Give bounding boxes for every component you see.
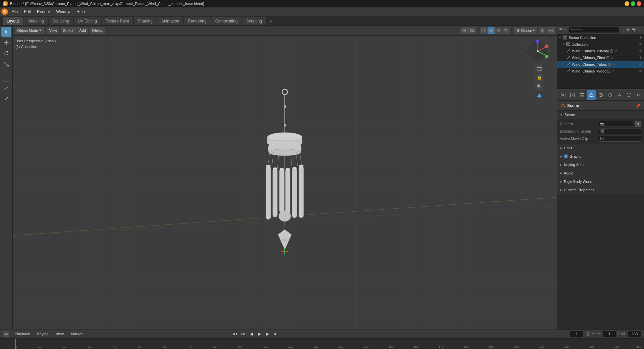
add-workspace-button[interactable]: + [267, 17, 275, 25]
material-btn[interactable] [495, 27, 502, 34]
tab-shading[interactable]: Shading [134, 17, 157, 25]
tab-layout[interactable]: Layout [3, 17, 23, 25]
lock-view-btn[interactable]: 🔒 [535, 73, 543, 82]
close-button[interactable]: ✕ [637, 1, 641, 6]
prop-output-btn[interactable] [568, 90, 577, 100]
section-audio-title[interactable]: ▶ Audio [557, 169, 644, 177]
keying-menu[interactable]: Keying [35, 331, 51, 337]
outliner-filter-icon[interactable]: ⊙ [564, 28, 568, 32]
tab-rendering[interactable]: Rendering [184, 17, 210, 25]
maximize-button[interactable]: □ [631, 1, 635, 6]
collection-vis[interactable]: 👁 [639, 42, 643, 46]
outliner-sync-icon[interactable]: ↔ [621, 28, 625, 32]
outliner-search-input[interactable] [569, 27, 620, 33]
menu-edit[interactable]: Edit [21, 8, 34, 15]
outliner-vis-icon[interactable]: 👁 [626, 28, 630, 32]
outliner-wc-fiber[interactable]: Wind_Chimes_Fiber 🖼 ↗ 👁 [557, 54, 644, 61]
prop-physics-btn[interactable] [634, 90, 643, 100]
play-btn[interactable]: ▶ [256, 331, 263, 337]
section-rigid-body-title[interactable]: ▶ Rigid Body World [557, 178, 644, 186]
proportional-edit-btn[interactable] [547, 27, 555, 34]
prop-modifier-btn[interactable] [615, 90, 624, 100]
tab-modeling[interactable]: Modeling [23, 17, 48, 25]
prop-object-btn[interactable] [605, 90, 614, 100]
xray-toggle-btn[interactable] [468, 27, 476, 34]
solid-btn[interactable] [487, 27, 495, 34]
wc-fiber-vis[interactable]: 👁 [639, 56, 643, 60]
tool-cursor[interactable] [1, 27, 11, 37]
step-back-btn[interactable]: ◀ [248, 331, 255, 337]
tool-measure[interactable]: ↔ [1, 94, 11, 104]
prop-particles-btn[interactable] [624, 90, 633, 100]
minimize-button[interactable]: ─ [625, 1, 629, 6]
tool-annotate[interactable] [1, 83, 11, 93]
bg-scene-field[interactable]: 🎬 [598, 128, 641, 134]
menu-help[interactable]: Help [74, 8, 88, 15]
scene-collection-vis[interactable]: 👁 [639, 36, 643, 40]
menu-window[interactable]: Window [53, 8, 73, 15]
tool-rotate[interactable] [1, 48, 11, 58]
wc-tubes-vis[interactable]: 👁 [639, 62, 643, 66]
step-forward-btn[interactable]: ▶ [264, 331, 271, 337]
navigation-gizmo[interactable]: X Y Z 📷 🔒 [526, 40, 553, 66]
section-gravity-title[interactable]: ▶ ✓ Gravity [557, 152, 644, 160]
outliner-more-icon[interactable]: ⋮ [638, 28, 642, 32]
gravity-checkbox[interactable]: ✓ [564, 154, 568, 158]
viewport-overlay-btn[interactable] [461, 27, 468, 34]
outliner-display-mode-icon[interactable]: ☰ [559, 28, 563, 32]
timeline-editor-type-btn[interactable] [3, 331, 9, 337]
section-keying-sets-title[interactable]: ▶ Keying Sets [557, 161, 644, 169]
timeline-track[interactable]: 1 10 20 30 40 50 60 70 80 90 100 110 120… [0, 339, 644, 349]
wc-wood-vis[interactable]: 👁 [639, 69, 643, 73]
outliner-wc-tubes[interactable]: Wind_Chimes_Tubes 🖼 ↗ 👁 [557, 61, 644, 68]
menu-file[interactable]: File [9, 8, 20, 15]
prop-world-btn[interactable] [596, 90, 605, 100]
current-frame-display[interactable]: 1 [570, 331, 583, 337]
jump-to-end-btn[interactable]: ⏭ [272, 331, 279, 337]
jump-to-start-btn[interactable]: ⏮ [232, 331, 238, 337]
tab-texture-paint[interactable]: Texture Paint [102, 17, 133, 25]
camera-field[interactable]: 📷 [598, 121, 633, 127]
tool-transform[interactable]: ✛ [1, 70, 11, 80]
jump-back-btn[interactable]: ⏭ [240, 331, 247, 337]
outliner-wc-binding[interactable]: Wind_Chimes_Binding 🖼 ↗ 👁 [557, 48, 644, 54]
timeline-scale[interactable]: 1 10 20 30 40 50 60 70 80 90 100 110 120… [15, 339, 641, 349]
outliner-wc-wood[interactable]: Wind_Chimes_Wood 🖼 ↗ 👁 [557, 68, 644, 74]
select-menu[interactable]: Select [61, 27, 76, 34]
tab-sculpting[interactable]: Sculpting [49, 17, 73, 25]
view-menu[interactable]: View [47, 27, 59, 34]
movie-clip-field[interactable]: 🎞 [598, 136, 641, 142]
start-frame-display[interactable]: 1 [603, 331, 616, 337]
outliner-collection[interactable]: ▼ Collection 👁 [557, 41, 644, 48]
object-menu[interactable]: Object [90, 27, 105, 34]
marker-menu[interactable]: Marker [69, 331, 85, 337]
zoom-btn[interactable]: 🔍 [535, 83, 543, 91]
section-units-title[interactable]: ▶ Units [557, 144, 644, 152]
prop-view-layer-btn[interactable] [577, 90, 586, 100]
tab-animation[interactable]: Animation [157, 17, 183, 25]
window-controls[interactable]: ─ □ ✕ [625, 1, 641, 6]
playback-menu[interactable]: Playback [13, 331, 32, 337]
camera-eye-btn[interactable]: ✎ [635, 121, 641, 127]
end-frame-display[interactable]: 250 [628, 331, 641, 337]
wc-binding-vis[interactable]: 👁 [639, 49, 643, 53]
viewport-canvas[interactable]: User Perspective (Local) (1) Collection … [13, 36, 557, 330]
prop-scene-btn[interactable] [587, 90, 596, 100]
wireframe-btn[interactable] [480, 27, 487, 34]
tool-scale[interactable] [1, 59, 11, 69]
tool-move[interactable] [1, 38, 11, 48]
object-mode-dropdown[interactable]: Object Mode ▾ [15, 27, 44, 34]
tab-scripting[interactable]: Scripting [242, 17, 266, 25]
camera-view-btn[interactable]: 📷 [535, 64, 543, 72]
props-pin-icon[interactable]: 📌 [636, 103, 641, 108]
outliner-scene-collection[interactable]: ▼ 🎬 Scene Collection 👁 [557, 34, 644, 41]
tab-uv-editing[interactable]: UV Editing [74, 17, 101, 25]
snap-btn[interactable] [539, 27, 546, 34]
section-scene-title[interactable]: ▼ Scene [557, 111, 644, 119]
outliner-render-icon[interactable]: 📷 [632, 28, 637, 32]
section-custom-props-title[interactable]: ▶ Custom Properties [557, 186, 644, 194]
global-local-dropdown[interactable]: ⊞ Global ▾ [514, 27, 537, 34]
gizmo-circle[interactable]: X Y Z [526, 40, 549, 63]
tab-compositing[interactable]: Compositing [211, 17, 242, 25]
menu-render[interactable]: Render [34, 8, 53, 15]
